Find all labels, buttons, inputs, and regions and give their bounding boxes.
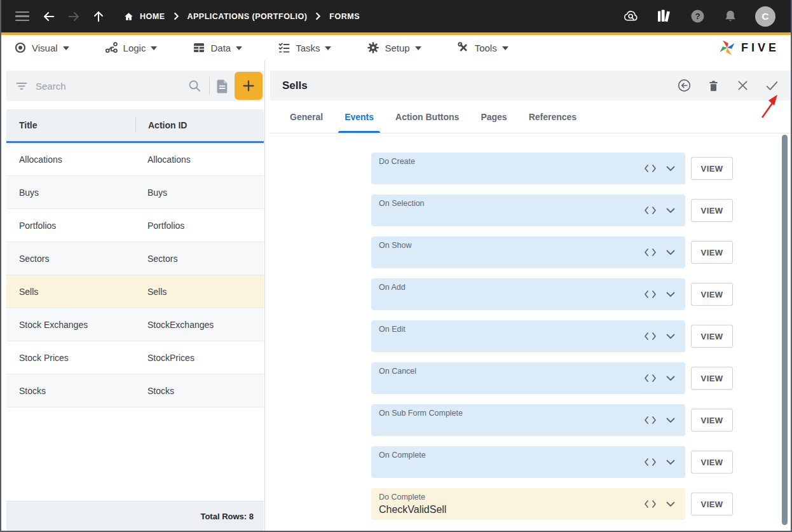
menu-toolbar: Visual Logic Data Tasks Setup Tools FIVE: [1, 35, 791, 60]
table-row[interactable]: Stock Prices StockPrices: [6, 341, 264, 374]
code-icon[interactable]: [644, 248, 657, 257]
library-icon[interactable]: [656, 8, 673, 25]
tab[interactable]: Pages: [479, 100, 508, 133]
view-button[interactable]: VIEW: [691, 241, 733, 264]
view-button[interactable]: VIEW: [691, 283, 733, 306]
menu-logic[interactable]: Logic: [105, 41, 158, 54]
table-row[interactable]: Stocks Stocks: [6, 374, 264, 407]
row-title-cell: Buys: [6, 188, 135, 198]
table-footer: Total Rows: 8: [6, 501, 264, 531]
code-icon[interactable]: [644, 164, 657, 173]
caret-down-icon: [236, 46, 242, 50]
up-icon[interactable]: [90, 8, 107, 25]
code-icon[interactable]: [644, 206, 657, 215]
tab[interactable]: Events: [343, 100, 375, 133]
chevron-down-icon[interactable]: [666, 250, 675, 256]
app-window: HOME APPLICATIONS (PORTFOLIO) FORMS ? C: [0, 0, 792, 532]
chevron-down-icon[interactable]: [666, 376, 675, 381]
table-row[interactable]: Allocations Allocations: [6, 143, 264, 176]
view-button[interactable]: VIEW: [691, 451, 733, 474]
tab[interactable]: References: [528, 100, 578, 133]
home-icon: [123, 11, 134, 22]
menu-data[interactable]: Data: [193, 41, 242, 54]
detail-tabs: GeneralEventsAction ButtonsPagesReferenc…: [270, 100, 791, 133]
view-button[interactable]: VIEW: [691, 157, 733, 180]
event-row: On Cancel VIEW: [371, 362, 791, 394]
code-icon[interactable]: [644, 290, 657, 299]
forward-icon[interactable]: [65, 8, 82, 25]
chevron-down-icon[interactable]: [666, 334, 675, 339]
chevron-down-icon[interactable]: [666, 418, 675, 423]
code-icon[interactable]: [644, 500, 657, 508]
breadcrumb-forms[interactable]: FORMS: [329, 12, 360, 21]
search-input[interactable]: [36, 81, 188, 92]
view-button[interactable]: VIEW: [691, 367, 733, 390]
event-row: Do Create VIEW: [371, 153, 791, 184]
five-pinwheel-icon: [718, 38, 737, 57]
code-icon[interactable]: [644, 458, 657, 467]
caret-down-icon: [63, 46, 69, 50]
chevron-down-icon[interactable]: [666, 166, 675, 172]
chevron-down-icon[interactable]: [666, 501, 675, 507]
menu-icon[interactable]: [15, 11, 29, 22]
notifications-icon[interactable]: [722, 8, 739, 25]
table-row[interactable]: Sectors Sectors: [6, 242, 264, 275]
event-field[interactable]: Do Complete CheckValidSell: [371, 488, 685, 520]
chevron-down-icon[interactable]: [666, 292, 675, 297]
view-button[interactable]: VIEW: [691, 409, 733, 432]
view-button[interactable]: VIEW: [691, 325, 733, 348]
event-field[interactable]: On Sub Form Complete: [371, 404, 685, 436]
close-icon[interactable]: [735, 78, 750, 93]
code-icon[interactable]: [644, 332, 657, 341]
table-row[interactable]: Portfolios Portfolios: [6, 209, 264, 242]
tab[interactable]: General: [289, 100, 324, 133]
code-icon[interactable]: [644, 374, 657, 383]
app-search-icon[interactable]: [623, 8, 639, 25]
code-icon[interactable]: [644, 416, 657, 425]
view-button[interactable]: VIEW: [691, 493, 733, 515]
event-field[interactable]: On Edit: [371, 320, 685, 352]
event-row: On Selection VIEW: [371, 194, 791, 226]
tab[interactable]: Action Buttons: [394, 100, 460, 133]
save-check-icon[interactable]: [764, 78, 779, 93]
breadcrumb-applications[interactable]: APPLICATIONS (PORTFOLIO): [188, 12, 308, 21]
copy-document-icon[interactable]: [216, 79, 229, 93]
event-field[interactable]: On Show: [371, 236, 685, 268]
view-button[interactable]: VIEW: [691, 199, 733, 222]
menu-setup[interactable]: Setup: [367, 41, 421, 54]
detail-header: Sells: [270, 71, 791, 100]
forms-list-panel: Title Action ID Allocations Allocations …: [1, 60, 265, 531]
table-icon: [193, 41, 205, 54]
filter-icon[interactable]: [15, 80, 28, 92]
table-row[interactable]: Sells Sells: [6, 275, 264, 308]
menu-tools[interactable]: Tools: [457, 41, 509, 54]
chevron-down-icon[interactable]: [666, 208, 675, 214]
row-action-id-cell: Portfolios: [135, 221, 264, 231]
event-field[interactable]: On Complete: [371, 446, 685, 478]
event-field[interactable]: On Selection: [371, 194, 685, 226]
menu-tasks[interactable]: Tasks: [278, 41, 331, 54]
breadcrumb-home[interactable]: HOME: [123, 11, 165, 22]
column-header-action-id[interactable]: Action ID: [135, 118, 264, 133]
search-icon[interactable]: [188, 79, 201, 93]
history-icon[interactable]: [676, 78, 692, 93]
event-field[interactable]: On Add: [371, 278, 685, 310]
event-field-label: On Sub Form Complete: [379, 409, 627, 418]
row-title-cell: Sectors: [6, 254, 135, 264]
table-row[interactable]: Buys Buys: [6, 176, 264, 209]
menu-visual[interactable]: Visual: [14, 41, 69, 54]
tools-icon: [457, 41, 470, 54]
column-header-title[interactable]: Title: [6, 120, 135, 130]
help-icon[interactable]: ?: [689, 8, 706, 25]
event-field[interactable]: On Cancel: [371, 362, 685, 394]
avatar[interactable]: C: [755, 6, 775, 27]
chevron-down-icon[interactable]: [666, 460, 675, 465]
event-row: On Sub Form Complete VIEW: [371, 404, 791, 436]
row-action-id-cell: Buys: [135, 188, 264, 198]
event-field[interactable]: Do Create: [371, 153, 685, 184]
delete-icon[interactable]: [706, 78, 721, 93]
table-row[interactable]: Stock Exchanges StockExchanges: [6, 308, 264, 341]
scrollbar-thumb[interactable]: [782, 135, 788, 525]
add-form-button[interactable]: [235, 72, 263, 100]
back-icon[interactable]: [41, 8, 57, 25]
